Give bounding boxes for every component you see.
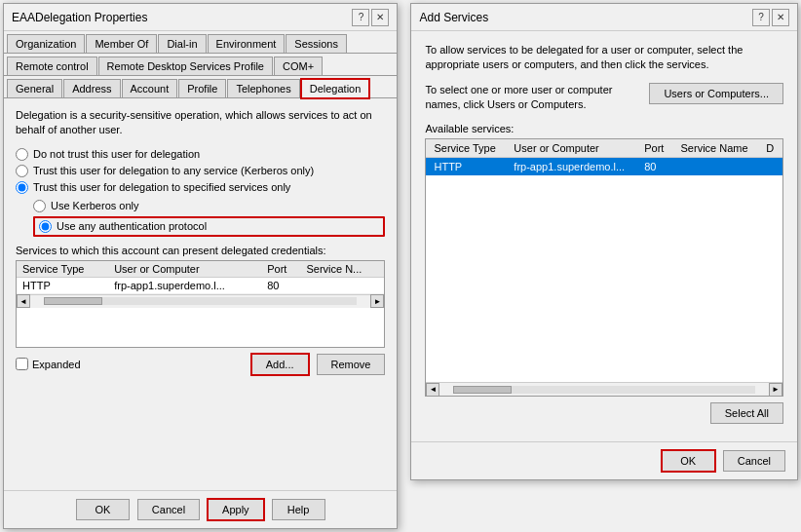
right-dialog-footer: OK Cancel (411, 441, 797, 479)
left-dialog: EAADelegation Properties ? ✕ Organizatio… (3, 3, 398, 529)
right-description-1: To allow services to be delegated for a … (425, 43, 783, 73)
radio-do-not-trust-input[interactable] (16, 148, 28, 161)
delegation-description: Delegation is a security-sensitive opera… (16, 108, 385, 138)
scroll-thumb[interactable] (44, 297, 102, 305)
radio-trust-any[interactable]: Trust this user for delegation to any se… (16, 165, 385, 177)
available-label: Available services: (425, 123, 783, 134)
right-titlebar: Add Services ? ✕ (411, 4, 797, 31)
tab-general[interactable]: General (7, 79, 62, 97)
tabs-row-2: Remote control Remote Desktop Services P… (4, 54, 397, 76)
add-button[interactable]: Add... (251, 354, 309, 375)
scroll-track[interactable] (44, 297, 357, 305)
help-button[interactable]: ? (352, 9, 369, 26)
cell-port: 80 (261, 277, 300, 293)
users-computers-row: To select one or more user or computer n… (425, 83, 783, 113)
bottom-row: Expanded Add... Remove (16, 354, 385, 375)
tab-delegation[interactable]: Delegation (301, 79, 370, 98)
radio-trust-any-label: Trust this user for delegation to any se… (33, 165, 314, 176)
avail-col-user-computer: User or Computer (506, 139, 636, 158)
right-scroll-track[interactable] (453, 386, 755, 394)
table-row[interactable]: HTTP frp-app1.superdemo.l... 80 (17, 277, 384, 293)
tab-member-of[interactable]: Member Of (86, 34, 157, 53)
available-table-scroll: Service Type User or Computer Port Servi… (426, 139, 782, 382)
right-content: To allow services to be delegated for a … (411, 31, 797, 441)
tab-remote-control[interactable]: Remote control (7, 57, 97, 75)
radio-trust-specified-label: Trust this user for delegation to specif… (33, 181, 290, 193)
available-table-container: Service Type User or Computer Port Servi… (425, 138, 783, 397)
apply-button[interactable]: Apply (208, 499, 264, 520)
radio-any-auth[interactable]: Use any authentication protocol (33, 216, 385, 237)
radio-kerberos-only[interactable]: Use Kerberos only (33, 200, 385, 212)
left-titlebar: EAADelegation Properties ? ✕ (4, 4, 397, 31)
radio-kerberos-only-input[interactable] (33, 200, 46, 212)
tab-com[interactable]: COM+ (274, 57, 323, 75)
select-all-button[interactable]: Select All (710, 402, 783, 424)
avail-cell-service-type: HTTP (426, 157, 506, 175)
left-dialog-content: Delegation is a security-sensitive opera… (4, 98, 397, 490)
close-button[interactable]: ✕ (371, 9, 389, 26)
services-table-container: Service Type User or Computer Port Servi… (16, 260, 385, 348)
radio-trust-specified[interactable]: Trust this user for delegation to specif… (16, 181, 385, 194)
cell-service-name (300, 277, 384, 293)
services-label: Services to which this account can prese… (16, 245, 385, 256)
avail-cell-user-computer: frp-app1.superdemo.l... (506, 157, 636, 175)
tab-rdp[interactable]: Remote Desktop Services Profile (98, 57, 273, 75)
left-dialog-title: EAADelegation Properties (12, 11, 147, 24)
tab-profile[interactable]: Profile (178, 79, 226, 97)
right-cancel-button[interactable]: Cancel (723, 450, 785, 472)
right-close-button[interactable]: ✕ (772, 9, 789, 26)
right-dialog-title: Add Services (419, 11, 488, 24)
tab-address[interactable]: Address (63, 79, 120, 97)
select-all-row: Select All (425, 402, 783, 424)
expanded-label: Expanded (32, 359, 81, 370)
radio-trust-any-input[interactable] (16, 165, 28, 177)
left-scrollbar-h[interactable]: ◄ ► (17, 294, 384, 308)
available-table: Service Type User or Computer Port Servi… (426, 139, 782, 175)
ok-button[interactable]: OK (76, 499, 130, 520)
col-user-computer: User or Computer (108, 261, 261, 278)
avail-col-d: D (758, 139, 782, 158)
avail-col-service-name: Service Name (673, 139, 759, 158)
radio-do-not-trust-label: Do not trust this user for delegation (33, 148, 200, 160)
help-footer-button[interactable]: Help (272, 499, 325, 520)
col-port: Port (261, 261, 300, 278)
expanded-checkbox[interactable] (16, 358, 28, 370)
right-ok-button[interactable]: OK (662, 450, 715, 472)
avail-col-service-type: Service Type (426, 139, 506, 158)
radio-trust-specified-input[interactable] (16, 181, 28, 194)
cancel-button[interactable]: Cancel (137, 499, 200, 520)
users-computers-text: To select one or more user or computer n… (425, 83, 639, 113)
avail-cell-port: 80 (636, 157, 672, 175)
tab-sessions[interactable]: Sessions (286, 34, 347, 53)
right-scroll-right-arrow[interactable]: ► (769, 383, 782, 397)
sub-radio-group: Use Kerberos only Use any authentication… (33, 200, 385, 237)
radio-do-not-trust[interactable]: Do not trust this user for delegation (16, 148, 385, 161)
avail-col-port: Port (636, 139, 672, 158)
radio-kerberos-only-label: Use Kerberos only (51, 200, 139, 211)
remove-button[interactable]: Remove (317, 354, 386, 375)
tab-account[interactable]: Account (122, 79, 178, 97)
col-service-type: Service Type (17, 261, 108, 278)
scroll-right-arrow[interactable]: ► (370, 294, 384, 308)
right-dialog: Add Services ? ✕ To allow services to be… (410, 3, 798, 480)
avail-table-row[interactable]: HTTP frp-app1.superdemo.l... 80 (426, 157, 782, 175)
expanded-checkbox-label[interactable]: Expanded (16, 358, 81, 370)
avail-cell-service-name (673, 157, 759, 175)
cell-service-type: HTTP (17, 277, 108, 293)
scroll-left-arrow[interactable]: ◄ (17, 294, 30, 308)
right-scrollbar-h[interactable]: ◄ ► (426, 382, 782, 396)
tab-dial-in[interactable]: Dial-in (158, 34, 206, 53)
right-help-button[interactable]: ? (752, 9, 770, 26)
right-scroll-left-arrow[interactable]: ◄ (426, 383, 439, 397)
col-service-name: Service N... (300, 261, 384, 278)
services-table: Service Type User or Computer Port Servi… (17, 261, 384, 294)
left-dialog-footer: OK Cancel Apply Help (4, 490, 397, 528)
avail-cell-d (758, 157, 782, 175)
tab-telephones[interactable]: Telephones (227, 79, 299, 97)
tab-organization[interactable]: Organization (7, 34, 85, 53)
radio-any-auth-input[interactable] (39, 220, 52, 233)
tab-environment[interactable]: Environment (208, 34, 286, 53)
users-computers-button[interactable]: Users or Computers... (649, 83, 783, 104)
cell-user-computer: frp-app1.superdemo.l... (108, 277, 261, 293)
right-scroll-thumb[interactable] (453, 386, 512, 394)
